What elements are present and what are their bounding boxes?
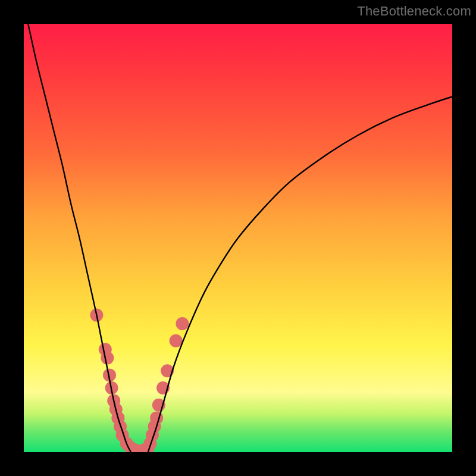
chart-plot-area <box>24 24 452 452</box>
right-curve <box>148 96 452 452</box>
scatter-points <box>90 309 189 452</box>
chart-svg <box>24 24 452 452</box>
scatter-point <box>170 334 183 347</box>
scatter-point <box>150 411 163 424</box>
chart-outer-frame: TheBottleneck.com <box>0 0 476 476</box>
attribution-text: TheBottleneck.com <box>357 4 471 19</box>
scatter-point <box>176 317 189 330</box>
scatter-point <box>101 352 114 365</box>
